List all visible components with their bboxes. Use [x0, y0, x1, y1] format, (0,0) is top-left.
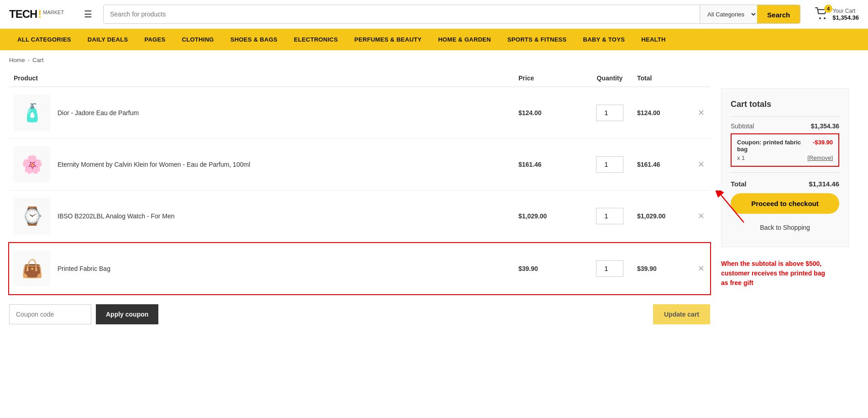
nav-sports-fitness[interactable]: SPORTS & FITNESS — [499, 29, 575, 50]
cart-info: Your Cart $1,354.36 — [832, 8, 859, 21]
nav-all-categories[interactable]: ALL CATEGORIES — [9, 29, 79, 50]
product-price-3: $1,029.00 — [518, 212, 582, 220]
cart-totals-title: Cart totals — [731, 100, 839, 109]
coupon-qty: x 1 — [737, 154, 745, 161]
product-name-2: Eternity Moment by Calvin Klein for Wome… — [58, 161, 250, 168]
product-info-4: 👜 Printed Fabric Bag — [9, 250, 518, 287]
header-total: Total — [637, 74, 692, 82]
total-label: Total — [731, 180, 747, 188]
qty-input-3[interactable] — [596, 208, 623, 224]
cart-icon-wrapper[interactable]: 4 — [815, 7, 829, 21]
nav-daily-deals[interactable]: DAILY DEALS — [79, 29, 136, 50]
cart-actions: Apply coupon Update cart — [9, 304, 710, 324]
annotation-area: When the subtotal is above $500, custome… — [721, 254, 849, 288]
totals-divider-2 — [731, 172, 839, 173]
product-qty-1 — [582, 105, 637, 121]
nav-shoes-bags[interactable]: SHOES & BAGS — [222, 29, 286, 50]
table-row: 🌸 Eternity Moment by Calvin Klein for Wo… — [9, 139, 710, 190]
annotation-arrow — [712, 190, 748, 227]
remove-button-1[interactable]: ✕ — [692, 108, 710, 118]
table-header: Product Price Quantity Total — [9, 70, 710, 87]
product-info-1: 🧴 Dior - Jadore Eau de Parfum — [9, 95, 518, 131]
product-qty-2 — [582, 156, 637, 173]
update-cart-button[interactable]: Update cart — [653, 304, 710, 324]
qty-input-4[interactable] — [596, 260, 623, 277]
nav-home-garden[interactable]: HOME & GARDEN — [430, 29, 499, 50]
product-name-4: Printed Fabric Bag — [58, 265, 110, 272]
total-value: $1,314.46 — [809, 180, 839, 188]
remove-button-2[interactable]: ✕ — [692, 159, 710, 169]
logo: TECH! MARKET — [9, 8, 73, 21]
main-content: Product Price Quantity Total 🧴 Dior - Ja… — [0, 70, 858, 343]
remove-button-3[interactable]: ✕ — [692, 211, 710, 221]
qty-input-1[interactable] — [596, 105, 623, 121]
search-bar: All Categories Search — [103, 5, 800, 24]
coupon-row2: x 1 [Remove] — [737, 154, 833, 161]
product-total-3: $1,029.00 — [637, 212, 692, 220]
nav-perfumes-beauty[interactable]: PERFUMES & BEAUTY — [346, 29, 430, 50]
svg-point-0 — [819, 17, 821, 19]
cart-badge: 4 — [824, 5, 832, 13]
nav-baby-toys[interactable]: BABY & TOYS — [575, 29, 633, 50]
coupon-amount: -$39.90 — [813, 139, 833, 153]
coupon-discount-box: Coupon: printed fabric bag -$39.90 x 1 [… — [731, 133, 839, 167]
subtotal-value: $1,354.36 — [811, 122, 839, 130]
search-button[interactable]: Search — [757, 5, 800, 24]
product-price-1: $124.00 — [518, 109, 582, 116]
breadcrumb-separator: › — [28, 57, 30, 63]
product-image-4: 👜 — [14, 250, 50, 287]
remove-button-4[interactable]: ✕ — [692, 264, 710, 274]
search-input[interactable] — [104, 5, 700, 23]
apply-coupon-button[interactable]: Apply coupon — [96, 304, 158, 324]
cart-label: Your Cart — [832, 8, 859, 14]
product-name-1: Dior - Jadore Eau de Parfum — [58, 109, 139, 116]
nav-health[interactable]: HEALTH — [633, 29, 674, 50]
right-panel: Cart totals Subtotal $1,354.36 Coupon: p… — [721, 70, 849, 324]
breadcrumb-home[interactable]: Home — [9, 57, 25, 63]
product-image-3: ⌚ — [14, 198, 50, 234]
header: TECH! MARKET ☰ All Categories Search 4 Y… — [0, 0, 868, 29]
logo-tech: TECH — [9, 8, 37, 21]
breadcrumb: Home › Cart — [0, 50, 868, 70]
table-row: ⌚ IBSO B2202LBL Analog Watch - For Men $… — [9, 190, 710, 242]
header-price: Price — [518, 74, 582, 82]
logo-market: MARKET — [43, 10, 64, 15]
qty-input-2[interactable] — [596, 156, 623, 173]
coupon-label: Coupon: printed fabric bag — [737, 139, 813, 153]
logo-exclaim: ! — [38, 8, 42, 21]
table-row: 👜 Printed Fabric Bag $39.90 $39.90 ✕ — [8, 242, 711, 295]
nav-electronics[interactable]: ELECTRONICS — [286, 29, 346, 50]
totals-divider-1 — [731, 116, 839, 117]
subtotal-label: Subtotal — [731, 122, 754, 130]
product-total-4: $39.90 — [637, 265, 692, 272]
cart-total-amount: $1,354.36 — [832, 14, 859, 21]
product-total-2: $161.46 — [637, 161, 692, 168]
coupon-row1: Coupon: printed fabric bag -$39.90 — [737, 139, 833, 153]
cart-table: Product Price Quantity Total 🧴 Dior - Ja… — [9, 70, 710, 324]
subtotal-row: Subtotal $1,354.36 — [731, 122, 839, 130]
category-select[interactable]: All Categories — [700, 5, 757, 23]
coupon-remove-link[interactable]: [Remove] — [807, 154, 833, 161]
nav-pages[interactable]: PAGES — [136, 29, 173, 50]
product-image-2: 🌸 — [14, 146, 50, 183]
total-row: Total $1,314.46 — [731, 180, 839, 188]
header-quantity: Quantity — [582, 74, 637, 82]
hamburger-icon[interactable]: ☰ — [80, 7, 96, 21]
svg-point-1 — [824, 17, 826, 19]
navigation: ALL CATEGORIES DAILY DEALS PAGES CLOTHIN… — [0, 29, 868, 50]
product-price-4: $39.90 — [518, 265, 582, 272]
breadcrumb-current: Cart — [32, 57, 44, 63]
product-name-3: IBSO B2202LBL Analog Watch - For Men — [58, 212, 175, 220]
svg-line-2 — [721, 195, 744, 222]
product-info-2: 🌸 Eternity Moment by Calvin Klein for Wo… — [9, 146, 518, 183]
coupon-input[interactable] — [9, 304, 91, 324]
table-row: 🧴 Dior - Jadore Eau de Parfum $124.00 $1… — [9, 87, 710, 139]
product-info-3: ⌚ IBSO B2202LBL Analog Watch - For Men — [9, 198, 518, 234]
nav-clothing[interactable]: CLOTHING — [173, 29, 222, 50]
header-product: Product — [9, 74, 518, 82]
product-total-1: $124.00 — [637, 109, 692, 116]
product-image-1: 🧴 — [14, 95, 50, 131]
product-qty-4 — [582, 260, 637, 277]
product-price-2: $161.46 — [518, 161, 582, 168]
product-qty-3 — [582, 208, 637, 224]
